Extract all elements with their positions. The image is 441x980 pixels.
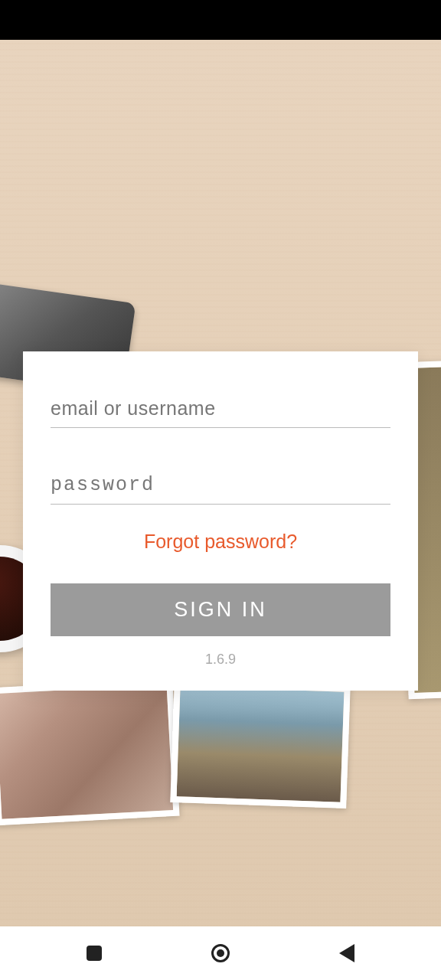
email-username-input[interactable] [51, 390, 390, 428]
status-bar [0, 0, 441, 40]
square-icon [87, 946, 102, 961]
triangle-back-icon [339, 944, 354, 962]
background-photo-bottom-left [0, 678, 180, 825]
circle-icon [211, 944, 230, 962]
nav-home-button[interactable] [211, 943, 230, 963]
forgot-password-link[interactable]: Forgot password? [51, 531, 390, 553]
system-nav-bar [0, 926, 441, 980]
nav-back-button[interactable] [337, 943, 357, 963]
version-label: 1.6.9 [51, 652, 390, 668]
nav-recents-button[interactable] [84, 943, 104, 963]
background-area: Forgot password? SIGN IN 1.6.9 [0, 40, 441, 926]
password-input[interactable] [51, 466, 390, 505]
sign-in-button[interactable]: SIGN IN [51, 583, 390, 636]
login-card: Forgot password? SIGN IN 1.6.9 [23, 351, 418, 691]
background-photo-bottom-center [170, 680, 350, 808]
